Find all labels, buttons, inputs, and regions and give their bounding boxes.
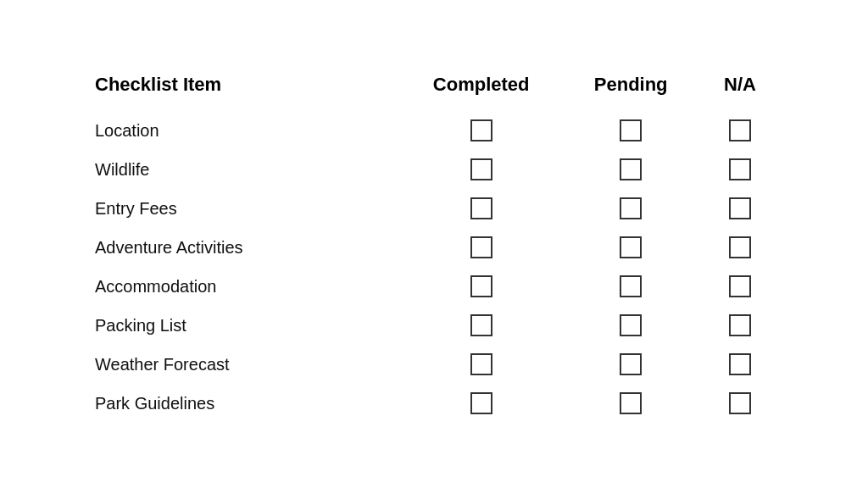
row-na-cell — [698, 189, 782, 228]
table-row: Park Guidelines — [86, 384, 782, 423]
row-na-cell — [698, 228, 782, 267]
checkbox-pending[interactable] — [620, 275, 642, 297]
row-na-cell — [698, 111, 782, 150]
checkbox-completed[interactable] — [470, 353, 492, 375]
checkbox-pending[interactable] — [620, 158, 642, 180]
row-label: Weather Forecast — [86, 345, 399, 384]
checkbox-na[interactable] — [729, 197, 751, 219]
row-completed-cell — [399, 111, 563, 150]
checkbox-completed[interactable] — [470, 197, 492, 219]
row-pending-cell — [563, 189, 698, 228]
row-completed-cell — [399, 345, 563, 384]
row-pending-cell — [563, 306, 698, 345]
header-completed: Completed — [399, 65, 563, 111]
checkbox-pending[interactable] — [620, 392, 642, 414]
row-label: Park Guidelines — [86, 384, 399, 423]
row-label: Entry Fees — [86, 189, 399, 228]
checkbox-completed[interactable] — [470, 392, 492, 414]
row-completed-cell — [399, 189, 563, 228]
checkbox-na[interactable] — [729, 275, 751, 297]
checkbox-na[interactable] — [729, 236, 751, 258]
header-na: N/A — [698, 65, 782, 111]
table-row: Adventure Activities — [86, 228, 782, 267]
row-pending-cell — [563, 267, 698, 306]
row-completed-cell — [399, 306, 563, 345]
checkbox-completed[interactable] — [470, 314, 492, 336]
row-completed-cell — [399, 267, 563, 306]
row-pending-cell — [563, 228, 698, 267]
row-na-cell — [698, 306, 782, 345]
checkbox-completed[interactable] — [470, 275, 492, 297]
table-header-row: Checklist Item Completed Pending N/A — [86, 65, 782, 111]
table-row: Entry Fees — [86, 189, 782, 228]
checklist-container: Checklist Item Completed Pending N/A Loc… — [53, 40, 815, 448]
row-pending-cell — [563, 384, 698, 423]
checkbox-na[interactable] — [729, 314, 751, 336]
row-label: Adventure Activities — [86, 228, 399, 267]
row-na-cell — [698, 150, 782, 189]
checkbox-pending[interactable] — [620, 353, 642, 375]
checkbox-pending[interactable] — [620, 314, 642, 336]
row-completed-cell — [399, 150, 563, 189]
checkbox-completed[interactable] — [470, 236, 492, 258]
row-na-cell — [698, 267, 782, 306]
row-label: Wildlife — [86, 150, 399, 189]
checkbox-na[interactable] — [729, 119, 751, 141]
row-label: Location — [86, 111, 399, 150]
checkbox-completed[interactable] — [470, 158, 492, 180]
checkbox-na[interactable] — [729, 392, 751, 414]
row-completed-cell — [399, 384, 563, 423]
header-item: Checklist Item — [86, 65, 399, 111]
checkbox-na[interactable] — [729, 353, 751, 375]
checkbox-na[interactable] — [729, 158, 751, 180]
table-row: Wildlife — [86, 150, 782, 189]
checkbox-pending[interactable] — [620, 197, 642, 219]
table-row: Packing List — [86, 306, 782, 345]
checkbox-pending[interactable] — [620, 119, 642, 141]
checkbox-pending[interactable] — [620, 236, 642, 258]
table-row: Accommodation — [86, 267, 782, 306]
checkbox-completed[interactable] — [470, 119, 492, 141]
checklist-table: Checklist Item Completed Pending N/A Loc… — [86, 65, 782, 423]
row-label: Packing List — [86, 306, 399, 345]
row-completed-cell — [399, 228, 563, 267]
row-label: Accommodation — [86, 267, 399, 306]
table-row: Location — [86, 111, 782, 150]
row-na-cell — [698, 384, 782, 423]
row-pending-cell — [563, 345, 698, 384]
header-pending: Pending — [563, 65, 698, 111]
table-row: Weather Forecast — [86, 345, 782, 384]
row-pending-cell — [563, 150, 698, 189]
row-pending-cell — [563, 111, 698, 150]
row-na-cell — [698, 345, 782, 384]
